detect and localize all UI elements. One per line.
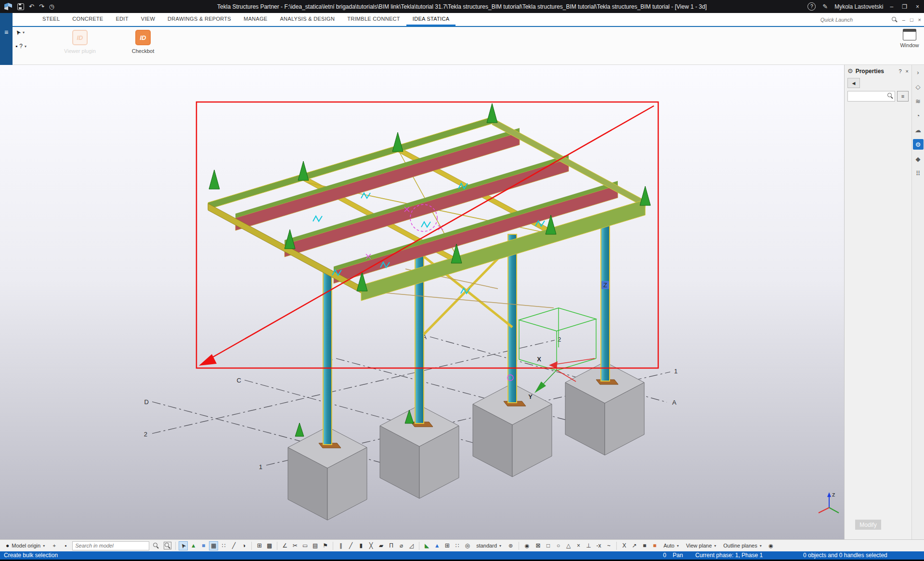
main-menu-strip[interactable]: ≡ [0,13,13,65]
cloud-icon[interactable]: ☁ [913,125,924,135]
catalog-icon[interactable]: ≋ [913,96,924,106]
undo-icon[interactable]: ↶ [29,3,34,10]
history-icon[interactable]: ◷ [49,3,54,10]
face-select-icon[interactable]: ▭ [300,541,310,550]
select-box-icon[interactable]: □ [544,541,553,550]
view-cells-icon[interactable]: ∷ [453,541,462,550]
search-icon [153,543,159,548]
properties-list-button[interactable]: ≡ [897,91,909,102]
model-origin-dropdown[interactable]: ● Model origin ▾ [3,541,48,550]
create-beam-icon[interactable]: ∥ [336,541,345,550]
grid-fine-icon[interactable]: ▩ [265,541,274,550]
snap-grid-intersect-icon[interactable]: ▦ [209,541,218,550]
model-search-input[interactable] [72,541,149,550]
properties-close-icon[interactable]: × [906,68,909,74]
view-direction-icon[interactable]: ▲ [432,541,442,550]
create-column-icon[interactable]: ▮ [356,541,365,550]
quick-launch-input[interactable] [820,16,889,23]
select-perp-icon[interactable]: ⊥ [584,541,593,550]
zoom-original-icon[interactable]: ◎ [463,541,472,550]
origin-box-button[interactable]: ▪ [61,541,71,551]
render-orange-icon[interactable]: ■ [650,541,659,550]
create-brace-icon[interactable]: ╳ [366,541,376,550]
fly-mode-icon[interactable]: ↗ [630,541,639,550]
tab-edit[interactable]: EDIT [109,13,134,26]
layout-grid-icon[interactable]: ⠿ [913,168,924,178]
section-icon[interactable]: ▤ [311,541,320,550]
snap-cone-icon[interactable]: ▲ [189,541,198,550]
select-cross-icon[interactable]: × [574,541,583,550]
viewer-plugin-button[interactable]: ID Viewer plugin [57,29,103,54]
create-plate-icon[interactable]: ▰ [377,541,386,550]
angle-snap-icon[interactable]: ∠ [280,541,289,550]
render-dark-icon[interactable]: ■ [640,541,649,550]
select-poly-icon[interactable]: △ [564,541,573,550]
select-circle-icon[interactable]: ○ [554,541,563,550]
snap-perimeter-icon[interactable]: ◑ [239,541,248,550]
view-close-icon[interactable]: × [918,17,921,23]
planes-eye-button[interactable]: ◉ [766,541,776,551]
view-minimize-icon[interactable]: – [902,17,905,23]
hamburger-menu-icon[interactable]: ≡ [4,28,8,65]
snap-points-icon[interactable]: ∷ [219,541,228,550]
properties-gear-icon[interactable]: ⚙ [913,139,924,150]
visibility-eye-button[interactable]: ◉ [522,541,532,551]
app-restore-icon[interactable]: ❐ [902,3,907,10]
cut-plane-icon[interactable]: ✂ [290,541,299,550]
representation-dropdown[interactable]: standard ▾ [473,541,504,550]
components-cube-icon[interactable]: ◆ [913,153,924,164]
create-view-grid-icon[interactable]: ⊞ [442,541,452,550]
tab-drawings-reports[interactable]: DRAWINGS & REPORTS [161,13,237,26]
tab-analysis-design[interactable]: ANALYSIS & DESIGN [273,13,341,26]
quick-launch[interactable] [820,16,898,23]
modify-button[interactable]: Modify [855,520,881,530]
tab-manage[interactable]: MANAGE [237,13,273,26]
view-plane-dropdown[interactable]: View plane ▾ [683,541,719,550]
applications-icon[interactable]: ◇ [913,81,924,92]
select-filter-icon[interactable]: X [620,541,629,550]
help-icon[interactable]: ? [807,2,816,11]
window-button[interactable]: Window [897,28,922,48]
tab-idea-statica[interactable]: IDEA STATICA [406,13,456,26]
work-area-icon[interactable]: ◣ [422,541,431,550]
create-frame-icon[interactable]: Π [387,541,396,550]
select-minus-icon[interactable]: -x [594,541,603,550]
select-tool-button[interactable]: ➤ ▾ [15,29,26,36]
create-diagonal-icon[interactable]: ╱ [346,541,355,550]
add-location-button[interactable]: + [49,541,59,551]
tab-concrete[interactable]: CONCRETE [66,13,109,26]
select-all-icon[interactable]: ⊠ [534,541,543,550]
model-search-button[interactable] [151,541,161,551]
workplane-grid-button[interactable]: ⊛ [506,541,516,551]
grid-icon[interactable]: ⊞ [255,541,264,550]
model-viewport[interactable]: A A B B C C D D 1 1 2 2 [0,65,844,539]
view-restore-icon[interactable]: □ [910,17,913,23]
tab-view[interactable]: VIEW [135,13,161,26]
material-sphere-icon[interactable]: ◔ [913,110,924,121]
app-close-icon[interactable]: × [916,3,919,10]
checkbot-button[interactable]: ID Checkbot [126,29,160,54]
tab-steel[interactable]: STEEL [36,13,66,26]
select-pointer-icon[interactable]: ➤ [179,541,188,550]
auto-dropdown[interactable]: Auto ▾ [661,541,682,550]
snap-part-icon[interactable]: ■ [199,541,208,550]
create-corner-icon[interactable]: ◿ [407,541,416,550]
save-icon[interactable] [17,3,24,10]
model-search-window-button[interactable] [162,541,172,551]
create-null-icon[interactable]: ⌀ [397,541,406,550]
expand-panel-icon[interactable]: › [913,67,924,77]
snap-line-icon[interactable]: ╱ [229,541,238,550]
properties-search[interactable] [847,91,895,102]
search-icon[interactable] [892,17,898,23]
inquiry-tool-button[interactable]: ▪ ? ▾ [15,43,26,50]
properties-help-icon[interactable]: ? [898,68,901,74]
account-edit-icon[interactable]: ✎ [822,3,828,10]
roof-frame [208,117,645,308]
app-minimize-icon[interactable]: – [890,3,894,10]
properties-back-button[interactable]: ◀ [847,78,860,88]
outline-planes-dropdown[interactable]: Outline planes ▾ [720,541,764,550]
flag-icon[interactable]: ⚑ [321,541,330,550]
select-wave-icon[interactable]: ~ [604,541,613,550]
tab-trimble-connect[interactable]: TRIMBLE CONNECT [341,13,406,26]
redo-icon[interactable]: ↷ [39,3,44,10]
